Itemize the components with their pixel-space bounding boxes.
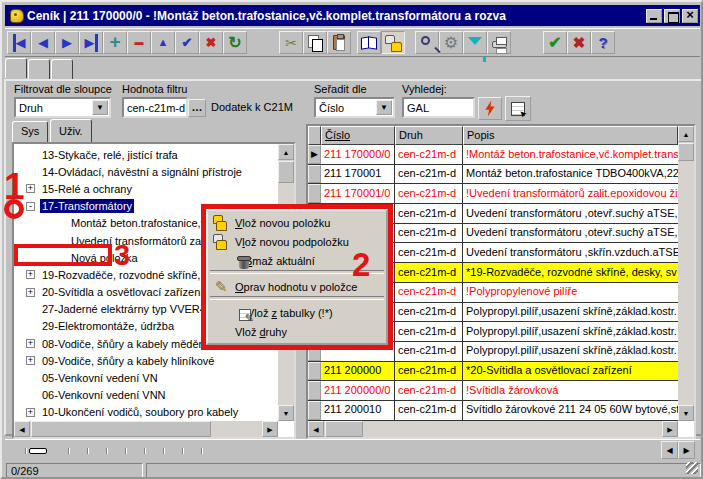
toolbar-button[interactable] [127, 31, 151, 54]
title-bar[interactable]: Ceník | 211 170000/0 - !Montáž beton.tra… [5, 5, 700, 26]
tab-sys[interactable]: Sys [12, 121, 48, 142]
page-tab[interactable] [5, 58, 27, 78]
grid-row[interactable]: 211 170001/0 cen-c21m-d !Uvedení transfo… [308, 184, 678, 204]
cell-popis[interactable]: *19-Rozvaděče, rozvodné skříně, desky, s… [463, 263, 678, 282]
cell-popis[interactable]: Uvedení transformátoru ,skřín.vzduch.aTS… [463, 243, 678, 262]
scroll-right-icon[interactable]: ▶ [262, 421, 278, 437]
scroll-right-icon[interactable]: ▶ [678, 441, 695, 459]
grid-column-header[interactable] [308, 126, 321, 145]
toolbar-button[interactable] [151, 31, 175, 54]
grid-column-header[interactable]: Popis [463, 126, 678, 145]
scroll-left-icon[interactable]: ◀ [308, 421, 324, 437]
filter-column-select[interactable]: Druh ▼ [14, 97, 111, 118]
tree-expander-icon[interactable]: + [26, 356, 35, 365]
tree-expander-icon[interactable]: + [26, 288, 35, 297]
cell-popis[interactable]: Uvedení transformátoru ,otevř.suchý aTSE… [463, 224, 678, 243]
toolbar-button[interactable] [567, 31, 591, 54]
table-tab[interactable] [107, 448, 126, 454]
grid-vertical-scrollbar[interactable]: ▲ ▼ [678, 126, 694, 421]
cell-druh[interactable]: cen-c21m-d [395, 303, 463, 322]
chevron-down-icon[interactable]: ▼ [376, 100, 392, 115]
toolbar-button[interactable] [175, 31, 199, 54]
grid-column-header[interactable]: Číslo [321, 126, 395, 145]
scroll-down-icon[interactable]: ▼ [678, 405, 694, 421]
table-tab[interactable] [50, 448, 69, 454]
cell-cislo[interactable]: 211 170001 [321, 165, 395, 184]
cell-cislo[interactable]: 211 200010 [321, 401, 395, 420]
tree-hscroll-thumb[interactable] [31, 421, 211, 437]
table-tab[interactable] [29, 448, 47, 454]
cell-popis[interactable]: Polypropyl.pilíř,usazení skříně,základ.k… [463, 322, 678, 341]
cell-druh[interactable]: cen-c21m-d [395, 204, 463, 223]
grid-row[interactable]: 211 200010 cen-c21m-d Svítidlo žárovkové… [308, 401, 678, 421]
cell-druh[interactable]: cen-c21m-d [395, 224, 463, 243]
scroll-up-icon[interactable]: ▲ [678, 126, 694, 142]
tree-item[interactable]: + 10-Ukončení vodičů, soubory pro kabely [14, 404, 278, 421]
toolbar-button[interactable] [463, 31, 487, 54]
tree-horizontal-scrollbar[interactable]: ◀ ▶ [14, 421, 278, 437]
toolbar-button[interactable] [223, 31, 247, 54]
sort-select[interactable]: Číslo ▼ [314, 97, 395, 118]
search-input[interactable]: GAL [402, 97, 475, 118]
cell-druh[interactable]: cen-c21m-d [395, 362, 463, 381]
table-tab[interactable] [69, 448, 88, 454]
cell-druh[interactable]: cen-c21m-d [395, 145, 463, 164]
tree-item[interactable]: + 09-Vodiče, šňůry a kabely hliníkové [14, 352, 278, 369]
filter-value-input[interactable]: cen-c21m-d [122, 97, 188, 118]
resize-grip[interactable] [686, 462, 698, 474]
toolbar-button[interactable] [487, 31, 511, 54]
tree-vscroll-thumb[interactable] [278, 161, 294, 183]
toolbar-button[interactable] [303, 31, 327, 54]
toolbar-button[interactable] [55, 31, 79, 54]
toolbar-button[interactable] [439, 31, 463, 54]
cell-popis[interactable]: Montáž beton.trafostanice TDBO400kVA,22 [463, 165, 678, 184]
tree-expander-icon[interactable]: + [26, 408, 35, 417]
toolbar-button[interactable] [199, 31, 223, 54]
toolbar-button[interactable] [279, 31, 303, 54]
cell-popis[interactable]: Polypropyl.pilíř,usazení skříně,základ.k… [463, 342, 678, 361]
grid-row[interactable]: 211 170001 cen-c21m-d Montáž beton.trafo… [308, 165, 678, 185]
cell-druh[interactable]: cen-c21m-d [395, 401, 463, 420]
cell-popis[interactable]: !Uvedení transformátorů zalit.epoxidovou… [463, 184, 678, 203]
tree-expander-icon[interactable]: + [26, 339, 35, 348]
scroll-up-icon[interactable]: ▲ [278, 144, 294, 160]
cell-druh[interactable]: cen-c21m-d [395, 283, 463, 302]
cell-cislo[interactable]: 211 200000 [321, 362, 395, 381]
toolbar-button[interactable] [7, 31, 31, 54]
tree-expander-icon[interactable]: + [26, 184, 35, 193]
cell-druh[interactable]: cen-c21m-d [395, 381, 463, 400]
cell-cislo[interactable]: 211 170001/0 [321, 184, 395, 203]
toolbar-button[interactable] [415, 31, 439, 54]
tree-expander-icon[interactable]: + [26, 270, 35, 279]
cell-druh[interactable]: cen-c21m-d [395, 342, 463, 361]
cell-druh[interactable]: cen-c21m-d [395, 322, 463, 341]
scroll-left-icon[interactable]: ◀ [661, 441, 678, 459]
grid-row[interactable]: 211 170000/0 cen-c21m-d !Montáž beton.tr… [308, 145, 678, 165]
toolbar-button[interactable] [543, 31, 567, 54]
maximize-button[interactable] [664, 9, 680, 23]
grid-row[interactable]: 211 200000 cen-c21m-d *20-Svítidla a osv… [308, 362, 678, 382]
toolbar-button[interactable] [327, 31, 351, 54]
cell-popis[interactable]: Uvedení transformátoru ,otevř.suchý aTSE… [463, 204, 678, 223]
cell-druh[interactable]: cen-c21m-d [395, 263, 463, 282]
table-tab[interactable] [7, 448, 26, 454]
toolbar-button[interactable] [591, 31, 615, 54]
tab-uziv[interactable]: Uživ. [50, 119, 92, 142]
close-button[interactable] [682, 9, 698, 23]
table-tab[interactable] [88, 448, 107, 454]
cell-cislo[interactable]: 211 170000/0 [321, 145, 395, 164]
cell-druh[interactable]: cen-c21m-d [395, 165, 463, 184]
cell-druh[interactable]: cen-c21m-d [395, 243, 463, 262]
cell-druh[interactable]: cen-c21m-d [395, 184, 463, 203]
cell-popis[interactable]: *20-Svítidla a osvětlovací zařízení [463, 362, 678, 381]
filter-value-browse-button[interactable]: … [188, 99, 206, 117]
grid-horizontal-scrollbar[interactable]: ◀ ▶ [308, 421, 678, 437]
tree-item[interactable]: + 15-Relé a ochrany [14, 180, 278, 197]
grid-hscroll-thumb[interactable] [325, 421, 363, 437]
grid-vscroll-thumb[interactable] [678, 143, 694, 161]
scroll-right-icon[interactable]: ▶ [662, 421, 678, 437]
tree-item[interactable]: 13-Stykače, relé, jistící trafa [14, 146, 278, 163]
cell-cislo[interactable]: 211 200000/0 [321, 381, 395, 400]
tree-item[interactable]: 05-Venkovní vedení VN [14, 369, 278, 386]
page-tab[interactable] [51, 59, 73, 79]
